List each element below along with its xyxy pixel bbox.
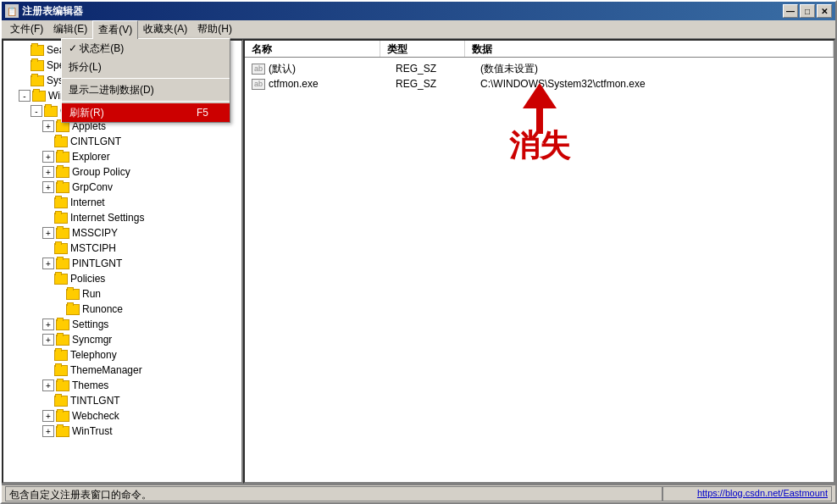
menu-file[interactable]: 文件(F): [5, 20, 48, 38]
folder-icon: [54, 350, 68, 361]
right-header: 名称 类型 数据: [245, 41, 834, 58]
folder-icon: [56, 182, 69, 193]
tree-item-internetsettings[interactable]: Internet Settings: [3, 210, 241, 225]
tree-item-internet[interactable]: Internet: [3, 195, 241, 210]
view-refresh[interactable]: 刷新(R) F5: [62, 103, 230, 122]
reg-name-2: ctfmon.exe: [269, 78, 396, 90]
menu-separator: [62, 78, 230, 79]
folder-icon: [56, 411, 69, 422]
annotation-label: 消失: [509, 128, 570, 163]
maximize-button[interactable]: □: [800, 4, 815, 18]
expander-applets[interactable]: +: [42, 120, 54, 132]
reg-row-default[interactable]: ab (默认) REG_SZ (数值未设置): [248, 61, 830, 76]
folder-icon: [32, 91, 46, 102]
folder-icon: [56, 335, 69, 346]
expander-currentversion[interactable]: -: [30, 105, 42, 117]
folder-icon: [56, 167, 69, 178]
view-binary[interactable]: 显示二进制数据(D): [62, 80, 230, 99]
titlebar: 📋 注册表编辑器 — □ ✕: [2, 2, 835, 20]
expander-grpconv[interactable]: +: [42, 181, 54, 193]
expander-wintrust[interactable]: +: [42, 425, 54, 437]
statusbar: 包含自定义注册表窗口的命令。 https://blog.csdn.net/Eas…: [2, 484, 835, 502]
expander-settings[interactable]: +: [42, 318, 54, 330]
folder-icon: [56, 258, 69, 269]
menu-favorites[interactable]: 收藏夹(A): [138, 20, 192, 38]
tree-item-policies[interactable]: Policies: [3, 271, 241, 286]
tree-item-wintrust[interactable]: + WinTrust: [3, 424, 241, 439]
view-statusbar[interactable]: ✓ 状态栏(B): [62, 39, 230, 58]
reg-type: REG_SZ: [396, 63, 480, 75]
main-window: 📋 注册表编辑器 — □ ✕ 文件(F) 编辑(E) 查看(V) 收藏夹(A) …: [0, 0, 837, 504]
arrow-up-icon: [523, 83, 557, 108]
statusbar-left: 包含自定义注册表窗口的命令。: [5, 486, 662, 501]
tree-item-tintlgnt[interactable]: TINTLGNT: [3, 393, 241, 408]
right-panel: 名称 类型 数据 ab (默认) REG_SZ (数值未设置) ab ctfmo…: [243, 39, 835, 484]
folder-icon: [30, 45, 44, 56]
folder-icon: [56, 152, 69, 163]
folder-icon: [56, 380, 69, 391]
tree-item-themes[interactable]: + Themes: [3, 378, 241, 393]
reg-type-2: REG_SZ: [396, 78, 480, 90]
expander-explorer[interactable]: +: [42, 151, 54, 163]
folder-icon: [54, 365, 68, 376]
col-data: 数据: [465, 41, 834, 57]
folder-icon: [54, 396, 68, 407]
folder-icon: [30, 60, 44, 71]
menu-edit[interactable]: 编辑(E): [48, 20, 92, 38]
folder-icon: [54, 213, 68, 224]
folder-icon: [54, 136, 68, 147]
tree-item-grpconv[interactable]: + GrpConv: [3, 180, 241, 195]
expander-msscipy[interactable]: +: [42, 227, 54, 239]
close-button[interactable]: ✕: [817, 4, 832, 18]
expander-windows[interactable]: -: [19, 90, 30, 102]
tree-item-explorer[interactable]: + Explorer: [3, 149, 241, 164]
minimize-button[interactable]: —: [783, 4, 798, 18]
expander-grouppolicy[interactable]: +: [42, 166, 54, 178]
statusbar-right: https://blog.csdn.net/Eastmount: [662, 486, 832, 501]
folder-icon: [30, 75, 44, 86]
tree-item-mstciph[interactable]: MSTCIPH: [3, 241, 241, 256]
menu-separator-2: [62, 101, 230, 102]
window-title: 注册表编辑器: [22, 4, 783, 19]
folder-icon: [56, 319, 69, 330]
tree-item-runonce[interactable]: Runonce: [3, 302, 241, 317]
refresh-shortcut: F5: [197, 107, 208, 119]
expander-pintlgnt[interactable]: +: [42, 258, 54, 269]
tree-item-cintlgnt[interactable]: CINTLGNT: [3, 134, 241, 149]
folder-icon: [66, 289, 80, 300]
view-split[interactable]: 拆分(L): [62, 58, 230, 76]
tree-item-pintlgnt[interactable]: + PINTLGNT: [3, 256, 241, 271]
tree-item-grouppolicy[interactable]: + Group Policy: [3, 164, 241, 180]
menu-view[interactable]: 查看(V): [92, 20, 138, 39]
expander-syncmgr[interactable]: +: [42, 334, 54, 346]
menubar: 文件(F) 编辑(E) 查看(V) 收藏夹(A) 帮助(H) ✓ 状态栏(B) …: [2, 20, 835, 39]
tree-item-telephony[interactable]: Telephony: [3, 347, 241, 363]
folder-icon: [54, 197, 68, 208]
folder-icon: [66, 304, 80, 315]
annotation-text-container: 消失: [509, 125, 570, 167]
menu-help[interactable]: 帮助(H): [192, 20, 237, 38]
folder-icon: [44, 106, 58, 117]
folder-icon: [54, 243, 68, 254]
col-type: 类型: [380, 41, 465, 57]
tree-item-syncmgr[interactable]: + Syncmgr: [3, 332, 241, 347]
reg-data: (数值未设置): [480, 62, 827, 76]
titlebar-buttons: — □ ✕: [783, 4, 832, 18]
reg-name: (默认): [269, 62, 396, 76]
right-content: ab (默认) REG_SZ (数值未设置) ab ctfmon.exe REG…: [245, 58, 834, 482]
expander-webcheck[interactable]: +: [42, 410, 54, 422]
tree-item-settings[interactable]: + Settings: [3, 317, 241, 332]
folder-icon: [56, 228, 69, 239]
reg-icon: ab: [252, 64, 265, 75]
app-icon: 📋: [5, 4, 19, 18]
expander-themes[interactable]: +: [42, 379, 54, 391]
view-dropdown: ✓ 状态栏(B) 拆分(L) 显示二进制数据(D) 刷新(R) F5: [61, 38, 230, 123]
tree-item-webcheck[interactable]: + Webcheck: [3, 408, 241, 424]
tree-item-msscipy[interactable]: + MSSCIPY: [3, 225, 241, 241]
col-name: 名称: [245, 41, 380, 57]
reg-icon-2: ab: [252, 79, 265, 90]
tree-item-thememanager[interactable]: ThemeManager: [3, 363, 241, 378]
folder-icon: [54, 274, 68, 285]
folder-icon: [56, 426, 69, 437]
tree-item-run[interactable]: Run: [3, 286, 241, 302]
